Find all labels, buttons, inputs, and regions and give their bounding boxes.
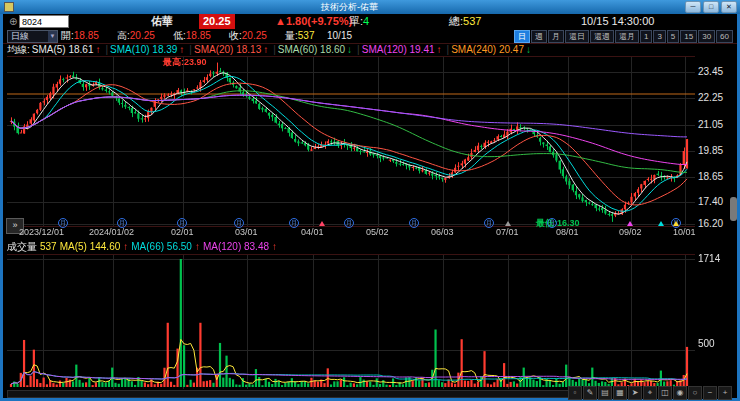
period-button-還日[interactable]: 還日 — [565, 30, 589, 43]
period-dropdown-value: 日線 — [11, 31, 29, 41]
event-marker-icon[interactable]: 月 — [344, 218, 354, 228]
price-tick-label: 21.05 — [698, 119, 736, 130]
volume-tick-label: 1714 — [698, 253, 736, 264]
triangle-marker-icon[interactable] — [673, 221, 679, 226]
circle-tool-icon[interactable]: ○ — [688, 386, 702, 400]
date-label: 02/01 — [171, 227, 194, 237]
event-marker-icon[interactable]: 月 — [484, 218, 494, 228]
crosshair-icon[interactable]: ⌖ — [643, 386, 657, 400]
stock-name: 佑華 — [151, 14, 173, 29]
zoom-out-icon[interactable]: − — [703, 386, 717, 400]
price-tick-label: 23.45 — [698, 66, 736, 77]
price-chart-canvas[interactable] — [7, 56, 695, 227]
expand-icon[interactable]: ⊕ — [9, 14, 17, 29]
date-axis: 2023/12/012024/01/0202/0103/0104/0105/02… — [3, 227, 737, 238]
quote-datetime: 10/15 14:30:00 — [581, 14, 654, 29]
period-button-月[interactable]: 月 — [548, 30, 564, 43]
period-button-15[interactable]: 15 — [680, 30, 697, 43]
period-button-60[interactable]: 60 — [716, 30, 733, 43]
separator: | — [189, 44, 192, 55]
monitor-icon[interactable]: ▤ — [598, 386, 612, 400]
date-label: 06/03 — [431, 227, 454, 237]
total-volume: 總:537 — [449, 14, 481, 29]
triangle-marker-icon[interactable] — [627, 221, 633, 226]
event-marker-icon[interactable]: 月 — [409, 218, 419, 228]
ma-legend-item: SMA(60) 18.60 — [278, 44, 345, 55]
minimize-button[interactable]: ─ — [685, 1, 701, 13]
volume-ma-arrow-icon: ↑ — [272, 241, 277, 252]
separator: | — [105, 44, 108, 55]
period-buttons: 日週月還日還週還月135153060 — [514, 30, 733, 43]
ma-legend-item: SMA(5) 18.61 — [32, 44, 94, 55]
volume-legend: 成交量537MA(5) 144.60↑MA(66) 56.50↑MA(120) … — [7, 240, 707, 253]
event-marker-icon[interactable]: 月 — [547, 218, 557, 228]
triangle-marker-icon[interactable] — [505, 221, 511, 226]
close-button[interactable]: ✕ — [721, 1, 737, 13]
period-button-週[interactable]: 週 — [531, 30, 547, 43]
volume-ma-arrow-icon: ↑ — [123, 241, 128, 252]
ma-legend-item: SMA(120) 19.41 — [362, 44, 435, 55]
maximize-button[interactable]: □ — [703, 1, 719, 13]
event-marker-icon[interactable]: 月 — [289, 218, 299, 228]
separator: | — [357, 44, 360, 55]
high-annotation: 最高:23.90 — [163, 56, 207, 69]
volume-tick-label: 500 — [698, 338, 736, 349]
period-button-3[interactable]: 3 — [653, 30, 665, 43]
ma-trend-arrow-icon: ↓ — [347, 44, 352, 55]
period-button-1[interactable]: 1 — [640, 30, 652, 43]
low-field: 低:18.85 — [173, 29, 211, 43]
volume-ma-item: MA(66) 56.50 — [131, 241, 192, 252]
volume-label: 成交量 — [7, 241, 37, 252]
window-title: 技術分析-佑華 — [14, 0, 685, 14]
triangle-marker-icon[interactable] — [658, 221, 664, 226]
period-button-30[interactable]: 30 — [698, 30, 715, 43]
zoom-in-icon[interactable]: + — [718, 386, 732, 400]
volume-ma-item: MA(5) 144.60 — [60, 241, 121, 252]
event-marker-icon[interactable]: 月 — [177, 218, 187, 228]
single-volume-label: 單: — [349, 15, 363, 27]
ma-legend: 均線:SMA(5) 18.61↑|SMA(10) 18.39↑|SMA(20) … — [7, 43, 707, 56]
period-toolbar: 日線▼ 開:18.85 高:20.25 低:18.85 收:20.25 量:53… — [3, 29, 737, 44]
triangle-marker-icon[interactable] — [319, 221, 325, 226]
event-marker-icon[interactable]: 月 — [234, 218, 244, 228]
edit-icon[interactable]: ✎ — [583, 386, 597, 400]
separator: | — [273, 44, 276, 55]
measure-icon[interactable]: ◫ — [658, 386, 672, 400]
event-marker-icon[interactable]: 月 — [117, 218, 127, 228]
price-change: ▲1.80(+9.75%) — [275, 14, 352, 29]
title-bar[interactable]: 技術分析-佑華 ─□✕ — [0, 0, 740, 14]
date-label: 2024/01/02 — [89, 227, 134, 237]
single-volume: 單:4 — [349, 14, 369, 29]
cursor-icon[interactable]: ➤ — [628, 386, 642, 400]
high-field: 高:20.25 — [117, 29, 155, 43]
volume-chart-canvas[interactable] — [7, 254, 695, 389]
app-icon — [4, 2, 14, 12]
date-label: 10/01 — [673, 227, 696, 237]
date-label: 03/01 — [235, 227, 258, 237]
date-label: 08/01 — [556, 227, 579, 237]
price-tick-label: 19.85 — [698, 145, 736, 156]
snapshot-icon[interactable]: ▫ — [568, 386, 582, 400]
last-price-badge: 20.25 — [199, 14, 235, 29]
period-button-還月[interactable]: 還月 — [615, 30, 639, 43]
ma-legend-item: SMA(240) 20.47 — [451, 44, 524, 55]
period-button-還週[interactable]: 還週 — [590, 30, 614, 43]
date-label: 09/02 — [619, 227, 642, 237]
app-window: 技術分析-佑華 ─□✕ ⊕ 佑華 20.25 ▲1.80(+9.75%) 單:4… — [0, 0, 740, 401]
date-label: 2023/12/01 — [19, 227, 64, 237]
price-tick-label: 18.65 — [698, 171, 736, 182]
period-button-5[interactable]: 5 — [667, 30, 679, 43]
total-volume-label: 總: — [449, 15, 463, 27]
printer-icon[interactable]: ▦ — [613, 386, 627, 400]
ma-trend-arrow-icon: ↑ — [263, 44, 268, 55]
vertical-scrollbar-thumb[interactable] — [730, 197, 737, 221]
date-label: 04/01 — [301, 227, 324, 237]
bottom-toolbar: ▫✎▤▦➤⌖◫◉○−+ — [568, 386, 732, 399]
single-volume-value: 4 — [363, 15, 369, 27]
stock-code-input[interactable] — [19, 15, 69, 28]
eye-icon[interactable]: ◉ — [673, 386, 687, 400]
event-marker-icon[interactable]: 月 — [58, 218, 68, 228]
period-button-日[interactable]: 日 — [514, 30, 530, 43]
ma-legend-item: SMA(20) 18.13 — [194, 44, 261, 55]
period-dropdown[interactable]: 日線▼ — [7, 30, 58, 43]
